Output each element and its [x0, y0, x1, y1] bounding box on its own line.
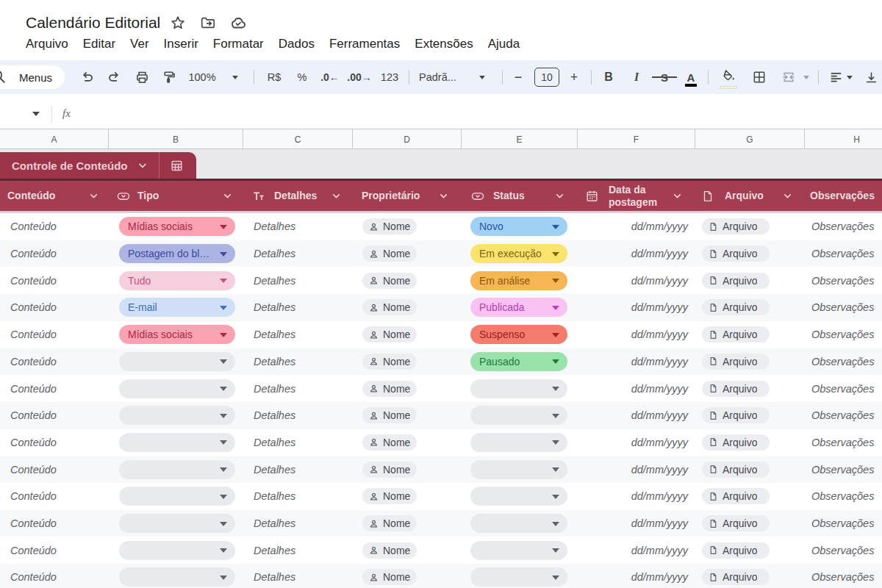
column-header-B[interactable]: B: [109, 129, 243, 149]
cell-conteudo[interactable]: Conteúdo: [10, 545, 57, 556]
fill-color-button[interactable]: [717, 60, 739, 94]
table-header-status[interactable]: Status: [493, 181, 525, 211]
move-folder-icon[interactable]: [199, 14, 217, 32]
arquivo-chip[interactable]: Arquivo: [702, 462, 770, 478]
status-chip[interactable]: [470, 460, 567, 479]
chevron-down-icon[interactable]: [331, 181, 342, 211]
menu-ferramentas[interactable]: Ferramentas: [322, 34, 407, 54]
proprietario-chip[interactable]: Nome: [362, 542, 417, 559]
proprietario-chip[interactable]: Nome: [362, 569, 417, 585]
arquivo-chip[interactable]: Arquivo: [702, 218, 770, 234]
chevron-down-icon[interactable]: [222, 181, 233, 211]
cell-conteudo[interactable]: Conteúdo: [10, 329, 57, 340]
tipo-chip[interactable]: [119, 541, 235, 560]
menu-formatar[interactable]: Formatar: [206, 34, 271, 54]
table-grid-icon[interactable]: [170, 159, 184, 173]
cell-detalhes[interactable]: Detalhes: [254, 571, 295, 583]
arquivo-chip[interactable]: Arquivo: [702, 434, 770, 451]
cell-data-postagem[interactable]: dd/mm/yyyy: [631, 490, 688, 502]
status-chip[interactable]: Em análise: [470, 271, 567, 290]
menus-button[interactable]: Menus: [0, 65, 65, 89]
borders-button[interactable]: [748, 60, 770, 94]
arquivo-chip[interactable]: Arquivo: [702, 407, 770, 423]
tipo-chip[interactable]: [119, 460, 235, 479]
chevron-down-icon[interactable]: [672, 181, 683, 211]
status-chip[interactable]: [470, 514, 567, 533]
cell-detalhes[interactable]: Detalhes: [254, 490, 295, 502]
font-select[interactable]: Padrã...: [419, 60, 465, 94]
table-header-tipo[interactable]: Tipo: [137, 181, 159, 211]
tipo-chip[interactable]: Postagem do bl…: [119, 244, 235, 263]
proprietario-chip[interactable]: Nome: [362, 488, 417, 504]
proprietario-chip[interactable]: Nome: [362, 245, 417, 262]
arquivo-chip[interactable]: Arquivo: [702, 245, 770, 262]
cell-data-postagem[interactable]: dd/mm/yyyy: [631, 220, 688, 232]
decrease-decimal-button[interactable]: .0←: [319, 60, 341, 94]
search-icon[interactable]: [0, 68, 7, 85]
tipo-chip[interactable]: E-mail: [119, 298, 235, 317]
proprietario-chip[interactable]: Nome: [362, 515, 417, 531]
undo-button[interactable]: [76, 60, 97, 94]
menu-dados[interactable]: Dados: [271, 34, 322, 54]
cell-detalhes[interactable]: Detalhes: [254, 437, 295, 448]
status-chip[interactable]: [470, 567, 567, 587]
cell-data-postagem[interactable]: dd/mm/yyyy: [631, 248, 688, 259]
redo-button[interactable]: [104, 60, 124, 94]
proprietario-chip[interactable]: Nome: [362, 218, 417, 234]
column-header-G[interactable]: G: [695, 129, 805, 149]
arquivo-chip[interactable]: Arquivo: [702, 299, 770, 315]
arquivo-chip[interactable]: Arquivo: [702, 354, 770, 370]
arquivo-chip[interactable]: Arquivo: [702, 542, 770, 559]
cell-observacoes[interactable]: Observações: [811, 437, 874, 448]
tipo-chip[interactable]: [119, 514, 235, 533]
cell-data-postagem[interactable]: dd/mm/yyyy: [631, 356, 688, 368]
cell-observacoes[interactable]: Observações: [811, 220, 874, 232]
table-header-observac-o-es[interactable]: Observações: [810, 181, 875, 211]
cell-detalhes[interactable]: Detalhes: [254, 383, 295, 395]
chevron-down-icon[interactable]: [137, 159, 148, 171]
cell-data-postagem[interactable]: dd/mm/yyyy: [631, 301, 688, 313]
cloud-check-icon[interactable]: [229, 14, 247, 32]
proprietario-chip[interactable]: Nome: [362, 354, 417, 370]
status-chip[interactable]: Pausado: [470, 352, 567, 371]
proprietario-chip[interactable]: Nome: [362, 462, 417, 478]
tipo-chip[interactable]: [119, 352, 235, 371]
name-box-caret-icon[interactable]: [32, 112, 40, 116]
cell-detalhes[interactable]: Detalhes: [254, 464, 295, 476]
arquivo-chip[interactable]: Arquivo: [702, 381, 770, 397]
table-name-tab[interactable]: Controle de Conteúdo: [0, 152, 196, 179]
cell-data-postagem[interactable]: dd/mm/yyyy: [631, 464, 688, 476]
menu-arquivo[interactable]: Arquivo: [18, 34, 76, 54]
tipo-chip[interactable]: [119, 567, 235, 587]
menu-extensoes[interactable]: Extensões: [407, 34, 480, 54]
status-chip[interactable]: [470, 379, 567, 398]
cell-observacoes[interactable]: Observações: [811, 248, 874, 259]
menu-ajuda[interactable]: Ajuda: [481, 34, 527, 54]
table-header-proprieta-rio[interactable]: Proprietário: [362, 181, 420, 211]
cell-detalhes[interactable]: Detalhes: [254, 409, 295, 421]
cell-observacoes[interactable]: Observações: [811, 275, 874, 287]
cell-conteudo[interactable]: Conteúdo: [10, 248, 57, 259]
column-header-F[interactable]: F: [578, 129, 695, 149]
column-header-E[interactable]: E: [462, 129, 578, 149]
status-chip[interactable]: [470, 487, 567, 506]
cell-detalhes[interactable]: Detalhes: [254, 356, 295, 368]
proprietario-chip[interactable]: Nome: [362, 407, 417, 423]
proprietario-chip[interactable]: Nome: [362, 299, 417, 315]
cell-data-postagem[interactable]: dd/mm/yyyy: [631, 329, 688, 340]
column-header-A[interactable]: A: [0, 129, 109, 149]
cell-detalhes[interactable]: Detalhes: [254, 329, 295, 340]
arquivo-chip[interactable]: Arquivo: [702, 515, 770, 531]
table-header-conteu-do[interactable]: Conteúdo: [7, 181, 55, 211]
zoom-select[interactable]: 100%: [185, 60, 219, 94]
horizontal-align-button[interactable]: [826, 60, 845, 94]
cell-conteudo[interactable]: Conteúdo: [10, 517, 57, 529]
cell-conteudo[interactable]: Conteúdo: [10, 571, 57, 583]
table-header-detalhes[interactable]: Detalhes: [274, 181, 317, 211]
status-chip[interactable]: [470, 541, 567, 560]
menu-inserir[interactable]: Inserir: [157, 34, 206, 54]
tipo-chip[interactable]: [119, 406, 235, 425]
status-chip[interactable]: Suspenso: [470, 325, 567, 344]
arquivo-chip[interactable]: Arquivo: [702, 273, 770, 289]
format-percent-button[interactable]: %: [293, 60, 312, 94]
